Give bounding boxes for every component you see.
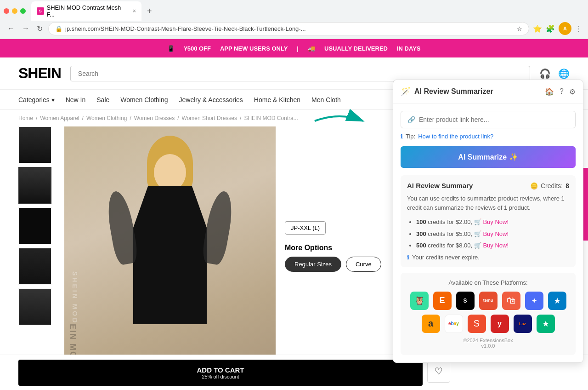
amazon-icon[interactable]: a — [422, 315, 440, 333]
nav-women-clothing[interactable]: Women Clothing — [120, 91, 168, 109]
breadcrumb-sep-3: / — [130, 115, 131, 121]
credits-package-3: 500 credits for $8.00, 🛒 Buy Now! — [416, 241, 569, 250]
forward-btn[interactable]: → — [20, 23, 31, 34]
breadcrumb-sep-1: / — [36, 115, 37, 121]
tip-link[interactable]: How to find the product link? — [418, 133, 493, 140]
thumb-5[interactable] — [18, 288, 51, 325]
breadcrumb-home[interactable]: Home — [18, 115, 33, 121]
breadcrumb-women-clothing[interactable]: Women Clothing — [86, 115, 127, 121]
ai-popup-header-actions: 🏠 ? ⚙ — [545, 87, 576, 96]
shein-platform-icon[interactable]: S — [456, 292, 475, 310]
yelp-icon[interactable]: y — [491, 315, 509, 333]
trustpilot-icon[interactable]: ★ — [537, 315, 555, 333]
extensions-btn[interactable]: ⭐ — [533, 24, 542, 33]
nav-jewelry[interactable]: Jewelry & Accessories — [179, 91, 243, 109]
nav-new-in[interactable]: New In — [66, 91, 86, 109]
breadcrumb-women-apparel[interactable]: Women Apparel — [40, 115, 79, 121]
info-circle-icon: ℹ — [401, 133, 403, 140]
product-main-image: SHEIN MOD EIN MOD 👗 Get The Look › — [64, 126, 276, 390]
nav-categories[interactable]: Categories ▾ — [18, 91, 55, 109]
back-btn[interactable]: ← — [6, 23, 17, 34]
platforms-row-1: 🦉 E S temu 🛍 ✦ ★ — [407, 292, 569, 310]
platforms-row-2: a ebay S y Laz ★ — [407, 315, 569, 333]
address-bar[interactable]: 🔒 jp.shein.com/SHEIN-MOD-Contrast-Mesh-F… — [48, 22, 529, 35]
bookmark-icon[interactable]: ☆ — [517, 25, 522, 32]
curve-btn[interactable]: Curve — [346, 257, 381, 272]
url-text: jp.shein.com/SHEIN-MOD-Contrast-Mesh-Fla… — [65, 25, 514, 32]
tab-close-btn[interactable]: × — [133, 8, 136, 14]
close-window-btn[interactable] — [4, 8, 9, 14]
menu-btn[interactable]: ⋮ — [575, 24, 582, 33]
thumb-3[interactable] — [18, 207, 51, 244]
product-link-input-container[interactable]: 🔗 — [401, 111, 576, 128]
never-expire-text: Your credits never expire. — [412, 254, 480, 261]
wishlist-btn[interactable]: ♡ — [427, 360, 450, 383]
thumb-1[interactable] — [18, 126, 51, 163]
ebay-icon[interactable]: ebay — [445, 315, 463, 333]
link-icon: 🔗 — [407, 116, 415, 123]
buy-now-1[interactable]: Buy Now! — [483, 218, 509, 225]
info-icon-2: ℹ — [407, 254, 409, 261]
new-tab-btn[interactable]: + — [143, 5, 156, 18]
nav-sale[interactable]: Sale — [96, 91, 109, 109]
popup-footer: ©2024 ExtensionsBox v1.0.0 — [407, 338, 569, 349]
promo-days: IN DAYS — [397, 45, 421, 52]
thumb-4[interactable] — [18, 248, 51, 285]
buy-now-3[interactable]: Buy Now! — [483, 242, 509, 249]
platforms-section: Available on These Platforms: 🦉 E S temu… — [401, 273, 576, 355]
nav-men-cloth[interactable]: Men Cloth — [311, 91, 341, 109]
promo-text: APP NEW USERS ONLY — [220, 45, 288, 52]
ai-settings-btn[interactable]: ⚙ — [569, 87, 576, 96]
lazada-icon[interactable]: Laz — [514, 315, 532, 333]
profile-avatar[interactable]: A — [559, 22, 571, 35]
search-input[interactable] — [70, 66, 530, 81]
breadcrumb-current: SHEIN MOD Contra... — [244, 115, 298, 121]
footer-version: v1.0.0 — [407, 343, 569, 349]
active-tab[interactable]: S SHEIN MOD Contrast Mesh F... × — [31, 1, 141, 21]
tripadvisor-icon[interactable]: 🦉 — [410, 292, 429, 310]
ai-home-btn[interactable]: 🏠 — [545, 87, 554, 96]
shopee2-icon[interactable]: S — [468, 315, 486, 333]
ai-summarize-btn[interactable]: AI Summarize ✨ — [401, 146, 576, 168]
platforms-title: Available on These Platforms: — [407, 279, 569, 286]
regular-sizes-btn[interactable]: Regular Sizes — [285, 257, 341, 272]
credits-packages-list: 100 credits for $2.00, 🛒 Buy Now! 300 cr… — [407, 218, 569, 250]
size-tag[interactable]: JP-XXL (L) — [285, 221, 326, 235]
shein-logo[interactable]: SHEIN — [18, 65, 61, 82]
etsy-icon[interactable]: E — [433, 292, 452, 310]
globe-icon[interactable]: 🌐 — [558, 68, 570, 79]
promo-delivery-text: USUALLY DELIVERED — [324, 45, 388, 52]
nav-categories-chevron: ▾ — [51, 96, 55, 103]
window-controls[interactable] — [4, 8, 26, 14]
ai-help-btn[interactable]: ? — [560, 87, 564, 96]
walmart-icon[interactable]: ★ — [548, 292, 566, 310]
product-link-input[interactable] — [419, 116, 569, 123]
credits-amount-3: 500 — [416, 242, 426, 249]
shopee-icon[interactable]: 🛍 — [502, 292, 520, 310]
buy-now-2[interactable]: Buy Now! — [483, 230, 509, 237]
minimize-window-btn[interactable] — [12, 8, 17, 14]
breadcrumb-women-dresses[interactable]: Women Dresses — [134, 115, 175, 121]
wand-icon: 🪄 — [401, 86, 411, 97]
ai-summary-title: AI Review Summary — [407, 182, 473, 189]
nav-home-kitchen[interactable]: Home & Kitchen — [254, 91, 300, 109]
temu-icon[interactable]: temu — [479, 292, 498, 310]
add-to-cart-btn[interactable]: ADD TO CART 25% off discount — [18, 360, 423, 386]
ai-popup-title-text: AI Review Summarizer — [414, 87, 493, 96]
tab-favicon: S — [37, 7, 44, 15]
tip-label: Tip: — [406, 133, 415, 140]
tab-title: SHEIN MOD Contrast Mesh F... — [47, 4, 128, 18]
thumb-2[interactable] — [18, 167, 51, 204]
headphone-icon[interactable]: 🎧 — [539, 68, 551, 79]
product-thumbnails — [18, 126, 55, 390]
maximize-window-btn[interactable] — [20, 8, 26, 14]
reload-btn[interactable]: ↻ — [35, 23, 45, 35]
summary-description: You can use credits to summarize product… — [407, 194, 569, 212]
breadcrumb-women-short-dresses[interactable]: Women Short Dresses — [182, 115, 237, 121]
credits-package-1: 100 credits for $2.00, 🛒 Buy Now! — [416, 218, 569, 227]
puzzle-icon[interactable]: 🧩 — [546, 24, 555, 33]
promo-icon: 📱 — [167, 45, 175, 52]
wish-icon[interactable]: ✦ — [525, 292, 543, 310]
discount-label: 25% off discount — [25, 374, 416, 379]
breadcrumb-sep-2: / — [82, 115, 84, 121]
